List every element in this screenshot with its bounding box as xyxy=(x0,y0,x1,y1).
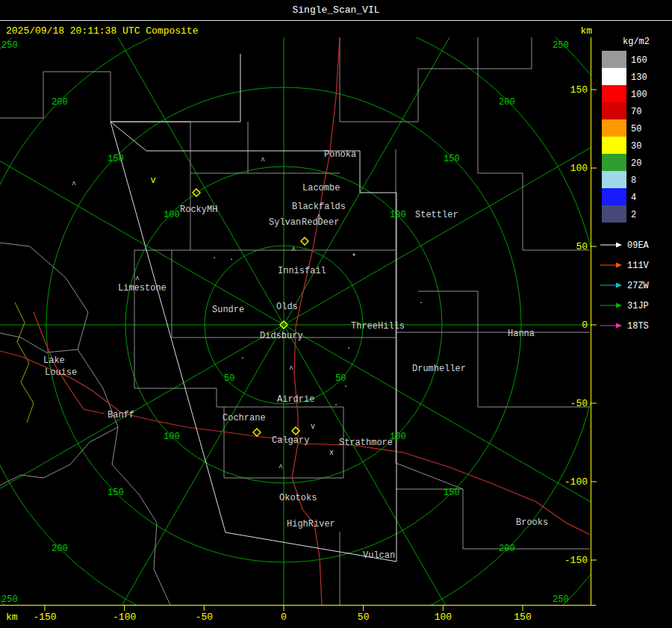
legend-swatch xyxy=(602,137,626,154)
range-ring-label: 250 xyxy=(1,594,18,605)
town-marker: ^ xyxy=(317,214,321,222)
city-label: Limestone xyxy=(118,283,167,293)
legend-swatch xyxy=(602,171,626,188)
town-marker: ^ xyxy=(291,246,296,255)
city-label: Vulcan xyxy=(363,550,395,561)
right-axis-tick-label: 150 xyxy=(570,84,588,96)
range-ring-label: 150 xyxy=(108,154,124,164)
legend-swatch xyxy=(602,119,626,137)
radar-arrowhead-icon xyxy=(616,323,622,329)
legend-value-label: 160 xyxy=(631,55,647,66)
city-label: Airdrie xyxy=(277,394,314,405)
legend-swatch xyxy=(602,205,626,223)
city-label: Didsbury xyxy=(260,331,303,341)
town-marker: · xyxy=(419,299,423,307)
right-axis-tick-label: 0 xyxy=(582,320,588,331)
town-marker: ^ xyxy=(279,464,283,472)
legend-value-label: 70 xyxy=(631,107,641,117)
radar-id-label: 09EA xyxy=(627,240,650,251)
city-label: Lacombe xyxy=(302,183,340,193)
range-ring-label: 100 xyxy=(164,432,180,442)
radar-id-label: 111V xyxy=(627,261,650,271)
city-label: Cochrane xyxy=(223,413,266,423)
city-label: Calgary xyxy=(272,435,309,446)
city-label: Banff xyxy=(108,410,134,420)
range-ring-label: 200 xyxy=(499,97,515,108)
legend-value-label: 100 xyxy=(631,90,647,100)
town-marker: · xyxy=(229,255,234,264)
city-label: Innisfail xyxy=(278,266,326,276)
city-labels: PonokaLacombeBlackfaldsSylvanRedDeerRock… xyxy=(43,149,548,561)
town-marker: · xyxy=(212,254,217,262)
range-ring-label: 50 xyxy=(224,373,234,384)
town-marker: v xyxy=(311,423,315,431)
town-marker: x xyxy=(329,449,334,457)
legend-value-label: 8 xyxy=(631,175,636,186)
bottom-axis-unit-label: km xyxy=(6,612,18,623)
bottom-axis-tick-label: 150 xyxy=(514,612,531,623)
bottom-axis-tick-label: 50 xyxy=(358,612,370,623)
legend-value-label: 130 xyxy=(631,72,647,83)
vector-markers: v xyxy=(150,175,155,186)
city-label: RockyMH xyxy=(180,205,217,215)
legend-swatch xyxy=(602,102,626,119)
bottom-axis-tick-label: -150 xyxy=(33,612,56,623)
timestamp-label: 2025/09/18 20:11:38 UTC Composite xyxy=(6,25,198,37)
provincial-divide xyxy=(15,302,34,423)
legend-swatch xyxy=(602,51,626,68)
town-markers: ^^^··*^^·^····vx^ xyxy=(72,157,423,472)
range-ring-label: 200 xyxy=(499,544,515,554)
legend-swatch xyxy=(602,188,626,205)
range-ring-label: 200 xyxy=(52,544,68,554)
city-label: Strathmore xyxy=(339,438,393,448)
radar-display: Single_Scan_VIL 2025/09/18 20:11:38 UTC … xyxy=(0,0,672,628)
radar-arrowhead-icon xyxy=(616,303,622,308)
range-ring-label: 250 xyxy=(553,594,569,605)
right-axis-tick-label: -150 xyxy=(564,555,588,566)
town-marker: · xyxy=(346,344,351,352)
right-axis-tick-label: -100 xyxy=(564,476,588,488)
bottom-axis-tick-label: 0 xyxy=(281,612,287,623)
city-label: Hanna xyxy=(508,329,535,339)
color-scale: 16013010070503020842 xyxy=(602,51,647,223)
legend-swatch xyxy=(602,68,626,85)
legend-value-label: 30 xyxy=(631,141,641,152)
legend-swatch xyxy=(602,154,626,171)
radar-id-label: 18TS xyxy=(627,321,649,332)
town-marker: ^ xyxy=(289,365,293,373)
city-label: Brooks xyxy=(516,517,548,528)
city-label: Drumheller xyxy=(412,364,466,374)
city-label: Ponoka xyxy=(324,149,356,160)
city-label: HighRiver xyxy=(287,519,335,529)
legend-value-label: 20 xyxy=(631,158,641,169)
town-marker: * xyxy=(352,253,356,261)
radar-viewer-window: Single_Scan_VIL 2025/09/18 20:11:38 UTC … xyxy=(0,0,672,628)
range-ring-label: 150 xyxy=(444,154,460,164)
right-axis-tick-label: -50 xyxy=(570,398,588,409)
radar-arrowhead-icon xyxy=(616,243,622,248)
bottom-axis-ticks: -150-100-50050100150 xyxy=(33,605,531,623)
vector-marker-icon: v xyxy=(150,175,155,186)
legend-swatch xyxy=(602,85,626,102)
radar-arrowhead-icon xyxy=(616,283,622,288)
town-marker: ^ xyxy=(72,181,76,189)
city-label: Louise xyxy=(45,367,77,378)
town-marker: · xyxy=(343,382,348,391)
legend-value-label: 50 xyxy=(631,124,641,134)
city-label: Lake xyxy=(43,355,65,366)
legend-value-label: 2 xyxy=(631,210,636,220)
range-ring-label: 250 xyxy=(553,40,569,51)
right-axis-tick-label: 50 xyxy=(576,241,588,252)
right-axis-unit-label: km xyxy=(580,25,592,37)
window-title: Single_Scan_VIL xyxy=(292,4,379,16)
radar-arrowhead-icon xyxy=(616,263,622,268)
legend-value-label: 4 xyxy=(631,193,636,203)
city-label: Sundre xyxy=(212,305,244,315)
range-ring-label: 200 xyxy=(52,97,68,108)
radar-id-label: 31JP xyxy=(627,301,649,311)
range-ring-label: 250 xyxy=(1,40,18,51)
radar-site-diamond-icon xyxy=(301,237,308,245)
town-marker: ^ xyxy=(261,157,265,165)
city-label: Stettler xyxy=(415,210,458,220)
town-marker: ^ xyxy=(135,276,140,284)
